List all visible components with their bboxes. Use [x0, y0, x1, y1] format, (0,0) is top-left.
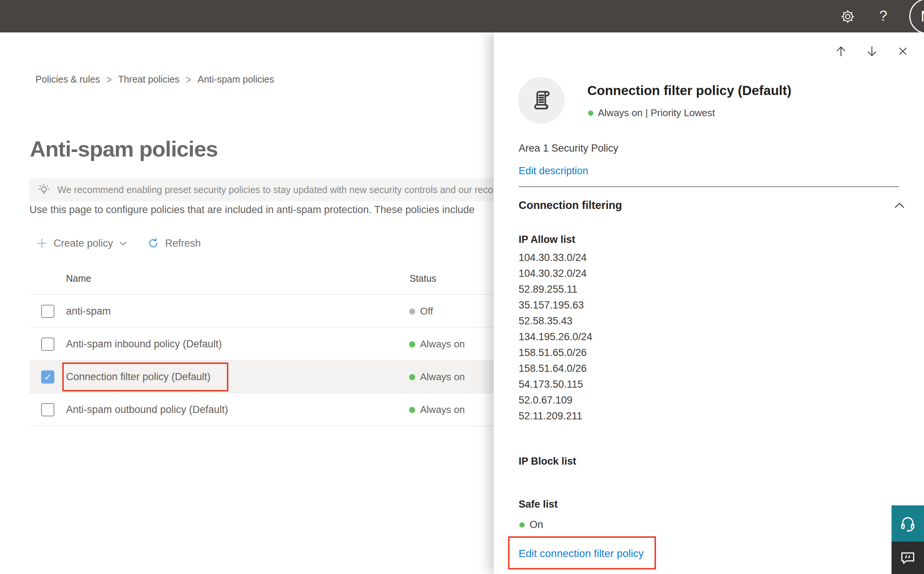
refresh-label: Refresh [165, 238, 201, 249]
ip-entry: 52.58.35.43 [519, 313, 592, 329]
chevron-up-icon[interactable] [895, 202, 904, 210]
ip-allow-list-label: IP Allow list [519, 234, 575, 246]
ip-entry: 134.195.26.0/24 [519, 329, 592, 345]
account-avatar[interactable]: M [909, 0, 924, 34]
ip-entry: 104.30.32.0/24 [519, 265, 592, 281]
ip-entry: 52.89.255.11 [519, 281, 592, 297]
screen: ? M Policies & rules > Threat policies >… [0, 0, 924, 574]
status-dot-off [409, 309, 415, 315]
status-cell: Off [409, 295, 433, 328]
policy-details-flyout: Connection filter policy (Default) Alway… [494, 32, 924, 574]
flyout-status: Always on | Priority Lowest [588, 107, 715, 119]
avatar-initial: M [921, 8, 924, 25]
table-row-anti-spam[interactable]: anti-spam Off [29, 295, 494, 328]
row-checkbox[interactable] [41, 403, 54, 416]
flyout-status-label: Always on | Priority Lowest [598, 107, 715, 119]
command-bar: Create policy Refresh [36, 234, 201, 253]
policy-name[interactable]: Anti-spam outbound policy (Default) [66, 393, 228, 426]
status-label: Always on [420, 404, 465, 416]
status-dot-on [588, 110, 593, 116]
table-row-inbound-policy[interactable]: Anti-spam inbound policy (Default) Alway… [29, 328, 494, 361]
policy-table: anti-spam Off Anti-spam inbound policy (… [29, 294, 494, 426]
edit-connection-filter-policy-link[interactable]: Edit connection filter policy [519, 547, 644, 560]
top-app-bar: ? M [0, 0, 924, 32]
status-dot-on [519, 522, 525, 528]
banner-text: We recommend enabling preset security po… [57, 184, 494, 196]
chevron-down-icon [119, 241, 127, 246]
breadcrumb-policies-rules[interactable]: Policies & rules [35, 74, 100, 85]
safe-list-status: On [519, 519, 543, 531]
ip-entry: 35.157.195.63 [519, 297, 592, 313]
ip-block-list-label: IP Block list [519, 456, 576, 467]
flyout-title: Connection filter policy (Default) [587, 83, 912, 98]
row-checkbox-checked[interactable]: ✓ [41, 371, 54, 383]
table-row-outbound-policy[interactable]: Anti-spam outbound policy (Default) Alwa… [29, 393, 494, 426]
policy-name[interactable]: anti-spam [66, 295, 111, 328]
safe-list-label: Safe list [519, 498, 558, 510]
help-button[interactable]: ? [873, 5, 894, 27]
breadcrumb-threat-policies[interactable]: Threat policies [118, 74, 180, 85]
safe-list-status-label: On [530, 519, 543, 531]
status-dot-on [409, 374, 415, 380]
policy-name[interactable]: Anti-spam inbound policy (Default) [66, 328, 222, 361]
section-connection-filtering[interactable]: Connection filtering [519, 199, 622, 211]
refresh-icon [147, 237, 159, 249]
status-label: Always on [420, 338, 465, 350]
page-intro-text: Use this page to configure policies that… [29, 204, 494, 216]
support-button[interactable] [892, 505, 924, 542]
chevron-right-icon: > [106, 73, 112, 86]
ip-entry: 158.51.64.0/26 [519, 361, 592, 376]
feedback-button[interactable] [892, 542, 924, 574]
ip-entry: 158.51.65.0/26 [519, 345, 592, 361]
page-title: Anti-spam policies [30, 136, 218, 161]
ip-entry: 104.30.33.0/24 [519, 250, 592, 265]
recommendation-banner: We recommend enabling preset security po… [29, 178, 494, 201]
gear-icon [840, 9, 856, 25]
flyout-nav [834, 44, 910, 59]
column-header-name[interactable]: Name [66, 273, 91, 284]
arrow-up-icon [834, 44, 848, 58]
section-divider [519, 186, 899, 187]
policy-badge [518, 77, 565, 124]
next-item-button[interactable] [864, 44, 880, 59]
headset-icon [899, 514, 917, 533]
breadcrumb: Policies & rules > Threat policies > Ant… [35, 74, 274, 85]
status-dot-on [409, 341, 415, 347]
status-label: Off [420, 306, 433, 317]
arrow-down-icon [865, 44, 879, 58]
create-policy-button[interactable]: Create policy [36, 238, 127, 249]
breadcrumb-current-page: Anti-spam policies [198, 74, 274, 85]
close-flyout-button[interactable] [895, 44, 910, 59]
table-row-connection-filter-policy[interactable]: ✓ Connection filter policy (Default) Alw… [29, 361, 494, 393]
scroll-policy-icon [529, 88, 553, 112]
row-checkbox[interactable] [41, 337, 54, 351]
policy-name[interactable]: Connection filter policy (Default) [66, 361, 210, 393]
create-policy-label: Create policy [54, 238, 113, 249]
column-header-status[interactable]: Status [410, 273, 436, 284]
ip-entry: 52.0.67.109 [519, 392, 592, 408]
close-icon [896, 44, 910, 58]
status-dot-on [409, 407, 415, 413]
status-cell: Always on [409, 393, 465, 426]
question-mark-icon: ? [879, 8, 887, 24]
status-cell: Always on [409, 328, 465, 361]
row-checkbox[interactable] [41, 305, 54, 318]
previous-item-button[interactable] [834, 44, 848, 59]
ip-entry: 54.173.50.115 [519, 376, 592, 392]
policy-description: Area 1 Security Policy [519, 143, 618, 154]
ip-entry: 52.11.209.211 [519, 408, 592, 424]
speech-bubble-icon [899, 549, 916, 566]
settings-button[interactable] [837, 6, 858, 27]
chevron-right-icon: > [186, 73, 191, 86]
ip-allow-list: 104.30.33.0/24 104.30.32.0/24 52.89.255.… [519, 250, 592, 424]
edit-description-link[interactable]: Edit description [519, 165, 589, 177]
checkmark-icon: ✓ [44, 372, 51, 382]
refresh-button[interactable]: Refresh [147, 237, 201, 249]
status-label: Always on [420, 371, 465, 383]
lightbulb-icon [36, 182, 51, 197]
status-cell: Always on [409, 361, 465, 393]
plus-icon [36, 238, 47, 249]
